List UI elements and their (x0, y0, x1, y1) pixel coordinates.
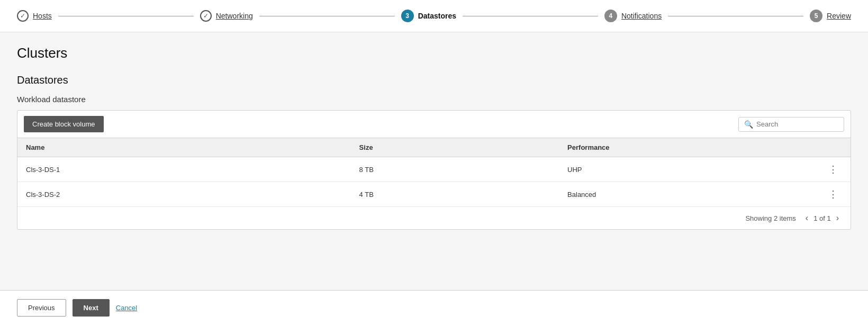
step-hosts[interactable]: ✓ Hosts (17, 10, 52, 22)
step-line-1 (58, 16, 194, 16)
step-label-networking[interactable]: Networking (216, 12, 253, 20)
search-icon: 🔍 (744, 120, 753, 129)
step-circle-notifications: 4 (604, 10, 617, 22)
step-label-datastores: Datastores (418, 12, 456, 20)
cell-name: Cls-3-DS-2 (17, 182, 351, 207)
table-header-row: Name Size Performance (17, 138, 851, 157)
step-check-hosts: ✓ (17, 10, 29, 22)
step-check-networking: ✓ (200, 10, 212, 22)
datastore-table-container: Create block volume 🔍 Name Size Performa… (17, 110, 851, 230)
col-header-action (809, 138, 851, 157)
table-footer: Showing 2 items ‹ 1 of 1 › (17, 206, 851, 229)
page-info: 1 of 1 (813, 214, 831, 222)
col-header-size: Size (351, 138, 559, 157)
step-line-4 (668, 16, 803, 16)
search-input[interactable] (756, 120, 838, 128)
cell-name: Cls-3-DS-1 (17, 157, 351, 182)
step-review[interactable]: 5 Review (810, 10, 851, 22)
row-more-icon[interactable]: ⋮ (824, 187, 842, 202)
cell-performance: Balanced (559, 182, 809, 207)
showing-items-text: Showing 2 items (745, 214, 795, 222)
step-line-3 (463, 16, 598, 16)
col-header-name: Name (17, 138, 351, 157)
step-notifications[interactable]: 4 Notifications (604, 10, 662, 22)
cancel-button[interactable]: Cancel (116, 304, 137, 312)
pagination-controls: ‹ 1 of 1 › (802, 212, 842, 224)
cell-action[interactable]: ⋮ (809, 182, 851, 207)
create-block-volume-button[interactable]: Create block volume (24, 116, 104, 132)
page-wrapper: ✓ Hosts ✓ Networking 3 Datastores 4 Noti… (0, 0, 868, 325)
step-line-2 (259, 16, 395, 16)
step-circle-review: 5 (810, 10, 822, 22)
table-row: Cls-3-DS-1 8 TB UHP ⋮ (17, 157, 851, 182)
step-label-notifications[interactable]: Notifications (621, 12, 662, 20)
step-circle-datastores: 3 (401, 10, 414, 22)
step-label-hosts[interactable]: Hosts (33, 12, 52, 20)
previous-button[interactable]: Previous (17, 299, 66, 317)
cell-performance: UHP (559, 157, 809, 182)
section-title: Datastores (17, 74, 851, 86)
prev-page-button[interactable]: ‹ (802, 212, 811, 224)
step-label-review[interactable]: Review (827, 12, 851, 20)
cell-size: 4 TB (351, 182, 559, 207)
col-header-performance: Performance (559, 138, 809, 157)
page-title: Clusters (17, 45, 851, 61)
main-content: Clusters Datastores Workload datastore C… (0, 32, 868, 290)
step-datastores: 3 Datastores (401, 10, 456, 22)
row-more-icon[interactable]: ⋮ (824, 162, 842, 177)
table-toolbar: Create block volume 🔍 (17, 111, 851, 138)
cell-size: 8 TB (351, 157, 559, 182)
stepper: ✓ Hosts ✓ Networking 3 Datastores 4 Noti… (0, 0, 868, 32)
subsection-title: Workload datastore (17, 95, 851, 104)
search-box[interactable]: 🔍 (738, 117, 844, 132)
next-button[interactable]: Next (73, 299, 110, 317)
datastore-table: Name Size Performance Cls-3-DS-1 8 TB UH… (17, 138, 851, 206)
page-footer: Previous Next Cancel (0, 290, 868, 325)
next-page-button[interactable]: › (833, 212, 842, 224)
step-networking[interactable]: ✓ Networking (200, 10, 253, 22)
table-row: Cls-3-DS-2 4 TB Balanced ⋮ (17, 182, 851, 207)
cell-action[interactable]: ⋮ (809, 157, 851, 182)
